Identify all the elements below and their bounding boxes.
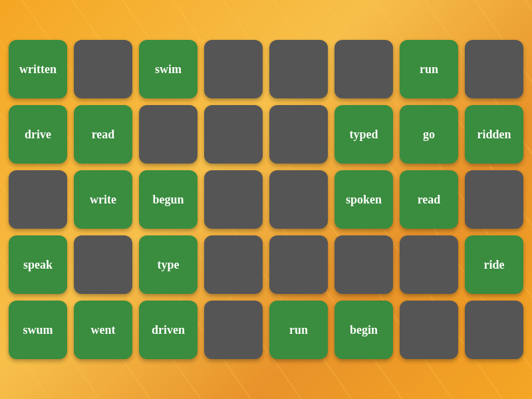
card-label: written xyxy=(19,63,57,76)
card-label: spoken xyxy=(346,193,382,207)
card-label: ride xyxy=(484,258,505,272)
card-label: write xyxy=(90,193,116,207)
card-label: read xyxy=(418,193,441,207)
card-r1c0[interactable]: drive xyxy=(9,105,67,164)
card-r3c1[interactable] xyxy=(74,235,132,294)
card-r0c7[interactable] xyxy=(465,40,523,98)
card-r4c0[interactable]: swum xyxy=(9,301,67,359)
card-r0c5[interactable] xyxy=(334,40,393,98)
card-r1c2[interactable] xyxy=(139,105,198,164)
card-r4c3[interactable] xyxy=(204,301,263,359)
card-r2c4[interactable] xyxy=(269,170,328,229)
card-r0c4[interactable] xyxy=(269,40,328,98)
card-r3c7[interactable]: ride xyxy=(465,235,523,294)
card-r2c7[interactable] xyxy=(465,170,523,229)
card-r4c6[interactable] xyxy=(400,301,458,359)
card-r4c2[interactable]: driven xyxy=(139,301,198,359)
card-r2c6[interactable]: read xyxy=(400,170,458,229)
card-label: went xyxy=(91,323,116,337)
card-r1c5[interactable]: typed xyxy=(334,105,393,164)
card-r0c3[interactable] xyxy=(204,40,263,98)
card-r2c1[interactable]: write xyxy=(74,170,132,229)
card-r3c0[interactable]: speak xyxy=(9,235,67,294)
card-label: run xyxy=(289,323,308,337)
card-r3c2[interactable]: type xyxy=(139,235,198,294)
card-r0c1[interactable] xyxy=(74,40,132,98)
card-r3c4[interactable] xyxy=(269,235,328,294)
card-r0c0[interactable]: written xyxy=(9,40,67,98)
card-r0c2[interactable]: swim xyxy=(139,40,198,98)
card-r0c6[interactable]: run xyxy=(400,40,458,98)
card-r3c3[interactable] xyxy=(204,235,263,294)
card-r1c3[interactable] xyxy=(204,105,263,164)
card-r4c7[interactable] xyxy=(465,301,523,359)
card-r2c2[interactable]: begun xyxy=(139,170,198,229)
card-label: run xyxy=(420,63,438,76)
card-label: swum xyxy=(23,323,53,337)
card-label: go xyxy=(423,128,435,142)
card-r1c4[interactable] xyxy=(269,105,328,164)
card-r2c3[interactable] xyxy=(204,170,263,229)
card-label: typed xyxy=(349,128,378,142)
card-label: begin xyxy=(350,323,378,337)
card-label: speak xyxy=(23,258,53,272)
card-r1c6[interactable]: go xyxy=(400,105,458,164)
card-label: swim xyxy=(155,63,182,76)
card-label: driven xyxy=(152,323,185,337)
card-r2c0[interactable] xyxy=(9,170,67,229)
card-label: type xyxy=(158,258,180,272)
card-label: read xyxy=(92,128,115,142)
card-r1c7[interactable]: ridden xyxy=(465,105,523,164)
card-r4c4[interactable]: run xyxy=(269,301,328,359)
card-r3c6[interactable] xyxy=(400,235,458,294)
card-label: drive xyxy=(25,128,51,142)
card-grid: writtenswimrundrivereadtypedgoriddenwrit… xyxy=(9,40,523,359)
card-r4c5[interactable]: begin xyxy=(334,301,393,359)
card-label: ridden xyxy=(477,128,511,142)
card-r1c1[interactable]: read xyxy=(74,105,132,164)
card-r4c1[interactable]: went xyxy=(74,301,132,359)
card-r2c5[interactable]: spoken xyxy=(334,170,393,229)
card-r3c5[interactable] xyxy=(334,235,393,294)
card-label: begun xyxy=(152,193,184,207)
